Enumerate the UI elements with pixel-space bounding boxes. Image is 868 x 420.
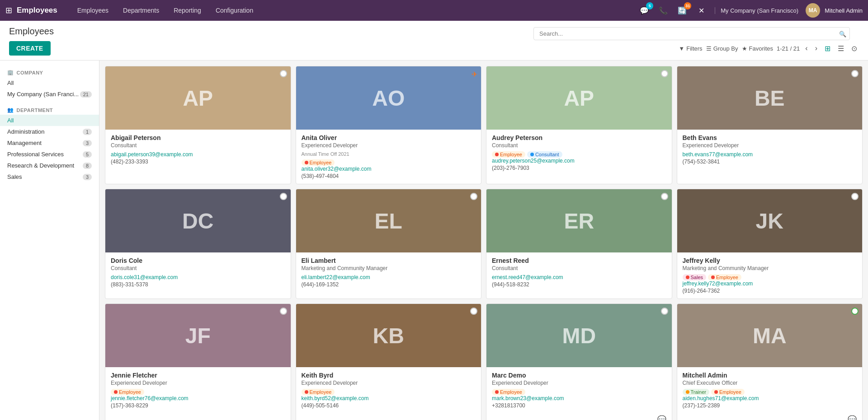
pagination-info: 1-21 / 21 — [777, 45, 800, 52]
card-body: Abigail Peterson Consultant abigail.pete… — [105, 130, 291, 169]
card-checkbox[interactable] — [851, 193, 859, 200]
employee-card[interactable]: AP Audrey Peterson Consultant EmployeeCo… — [486, 66, 672, 184]
nav-employees[interactable]: Employees — [71, 3, 115, 18]
employee-photo: MD — [486, 304, 672, 367]
employee-tag: Employee — [492, 151, 525, 158]
content-area: AP Abigail Peterson Consultant abigail.p… — [99, 61, 868, 420]
card-checkbox[interactable] — [661, 193, 668, 200]
grid-menu-icon[interactable]: ⊞ — [5, 5, 12, 15]
department-section-icon: 👥 — [7, 107, 14, 113]
employee-extra: Annual Time Off 2021 — [302, 151, 476, 157]
activity-button[interactable]: 🔄 31 — [675, 3, 689, 18]
close-button[interactable]: ✕ — [694, 3, 708, 18]
groupby-label: Group By — [713, 45, 738, 52]
sidebar-dept-all[interactable]: All — [0, 115, 99, 126]
create-button[interactable]: CREATE — [9, 41, 51, 56]
filters-button[interactable]: ▼ Filters — [679, 45, 702, 52]
navbar-menu: Employees Departments Reporting Configur… — [71, 3, 637, 18]
employee-tag: Employee — [492, 389, 525, 395]
company-section-icon: 🏢 — [7, 70, 14, 75]
messages-button[interactable]: 💬 5 — [637, 3, 651, 18]
employee-card[interactable]: AP Abigail Peterson Consultant abigail.p… — [105, 66, 291, 184]
online-indicator — [851, 308, 859, 315]
search-icon[interactable]: 🔍 — [839, 30, 846, 37]
employee-role: Experienced Developer — [302, 142, 476, 149]
card-body: Ernest Reed Consultant ernest.reed47@exa… — [486, 252, 672, 292]
employee-role: Consultant — [492, 142, 666, 149]
card-checkbox[interactable] — [470, 308, 477, 315]
page-header: Employees 🔍 CREATE ▼ Filters ☰ Group By … — [0, 21, 868, 61]
sidebar-dept-sales[interactable]: Sales 3 — [0, 171, 99, 182]
employee-name: Jeffrey Kelly — [683, 257, 857, 264]
nav-reporting[interactable]: Reporting — [167, 3, 208, 18]
card-checkbox[interactable] — [470, 193, 477, 200]
employee-grid: AP Abigail Peterson Consultant abigail.p… — [105, 66, 863, 420]
employee-phone: (203)-276-7903 — [492, 165, 666, 171]
employee-phone: (754)-532-3841 — [683, 159, 857, 165]
employee-role: Experienced Developer — [492, 380, 666, 386]
chat-icon[interactable]: 💬 — [657, 415, 666, 420]
nav-departments[interactable]: Departments — [117, 3, 165, 18]
employee-name: Doris Cole — [111, 257, 285, 264]
card-body: Beth Evans Experienced Developer beth.ev… — [677, 130, 863, 169]
next-page-button[interactable]: › — [813, 43, 819, 53]
employee-card[interactable]: BE Beth Evans Experienced Developer beth… — [677, 66, 863, 184]
employee-email: keith.byrd52@example.com — [302, 395, 476, 401]
card-body: Audrey Peterson Consultant EmployeeConsu… — [486, 130, 672, 176]
card-checkbox[interactable] — [280, 308, 287, 315]
card-checkbox[interactable] — [280, 193, 287, 200]
employee-card[interactable]: KB Keith Byrd Experienced Developer Empl… — [296, 303, 482, 420]
card-checkbox[interactable] — [280, 70, 287, 77]
card-body: Doris Cole Consultant doris.cole31@examp… — [105, 252, 291, 292]
employee-phone: (883)-331-5378 — [111, 281, 285, 288]
search-input[interactable] — [533, 27, 850, 40]
employee-role: Experienced Developer — [683, 142, 857, 149]
employee-card[interactable]: JF Jennie Fletcher Experienced Developer… — [105, 303, 291, 420]
card-checkbox[interactable] — [661, 70, 668, 77]
chat-icon[interactable]: 💬 — [848, 415, 857, 420]
prev-page-button[interactable]: ‹ — [803, 43, 809, 53]
card-checkbox[interactable] — [851, 70, 859, 77]
employee-card[interactable]: AO ✈ Anita Oliver Experienced Developer … — [296, 66, 482, 184]
list-view-button[interactable]: ☰ — [836, 43, 846, 54]
phone-button[interactable]: 📞 — [656, 3, 670, 18]
employee-role: Experienced Developer — [302, 380, 476, 386]
employee-email: aiden.hughes71@example.com — [683, 395, 857, 401]
employee-name: Jennie Fletcher — [111, 372, 285, 379]
card-checkbox[interactable] — [661, 308, 668, 315]
employee-email: doris.cole31@example.com — [111, 274, 285, 280]
employee-role: Experienced Developer — [111, 380, 285, 386]
employee-phone: (916)-264-7362 — [683, 288, 857, 294]
sidebar-dept-administration[interactable]: Administration 1 — [0, 126, 99, 137]
employee-tag: Trainer — [683, 389, 709, 395]
employee-phone: +3281813700 — [492, 402, 666, 409]
grid-view-button[interactable]: ⊞ — [823, 43, 832, 54]
settings-view-button[interactable]: ⊙ — [849, 43, 859, 54]
sidebar-dept-professional-services[interactable]: Professional Services 5 — [0, 149, 99, 160]
sidebar-item-my-company[interactable]: My Company (San Franci... 21 — [0, 89, 99, 100]
employee-card[interactable]: DC Doris Cole Consultant doris.cole31@ex… — [105, 189, 291, 299]
rd-count: 8 — [83, 163, 92, 169]
sidebar-dept-management[interactable]: Management 3 — [0, 137, 99, 149]
employee-tag: Consultant — [527, 151, 562, 158]
employee-email: mark.brown23@example.com — [492, 395, 666, 401]
admin-count: 1 — [83, 129, 92, 135]
company-section: 🏢 COMPANY All My Company (San Franci... … — [0, 68, 99, 100]
favorites-button[interactable]: ★ Favorites — [742, 45, 773, 52]
employee-card[interactable]: JK Jeffrey Kelly Marketing and Community… — [677, 189, 863, 299]
employee-tag: Employee — [111, 389, 144, 395]
employee-role: Consultant — [111, 142, 285, 149]
group-by-button[interactable]: ☰ Group By — [706, 45, 738, 52]
user-avatar[interactable]: MA — [806, 3, 820, 18]
sidebar-item-all-companies[interactable]: All — [0, 77, 99, 89]
nav-configuration[interactable]: Configuration — [209, 3, 259, 18]
sidebar-dept-research[interactable]: Research & Development 8 — [0, 160, 99, 171]
employee-role: Consultant — [111, 265, 285, 271]
employee-email: beth.evans77@example.com — [683, 151, 857, 158]
employee-card[interactable]: MD Marc Demo Experienced Developer Emplo… — [486, 303, 672, 420]
employee-name: Keith Byrd — [302, 372, 476, 379]
employee-card[interactable]: MA Mitchell Admin Chief Executive Office… — [677, 303, 863, 420]
employee-role: Marketing and Community Manager — [302, 265, 476, 271]
employee-card[interactable]: EL Eli Lambert Marketing and Community M… — [296, 189, 482, 299]
employee-card[interactable]: ER Ernest Reed Consultant ernest.reed47@… — [486, 189, 672, 299]
